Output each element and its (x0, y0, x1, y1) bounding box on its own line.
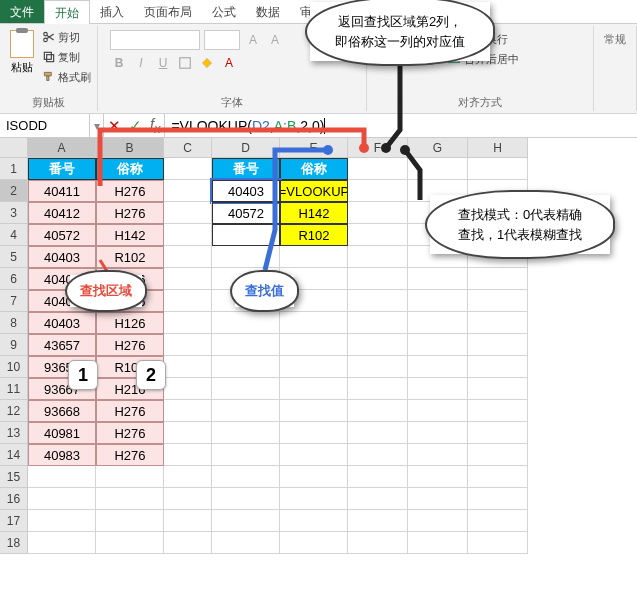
cell-D2[interactable]: 40403 (212, 180, 280, 202)
tab-formula[interactable]: 公式 (202, 0, 246, 23)
cell-F6[interactable] (348, 268, 408, 290)
cell-D18[interactable] (212, 532, 280, 554)
col-header-E[interactable]: E (280, 138, 348, 158)
cell-F5[interactable] (348, 246, 408, 268)
cell-H17[interactable] (468, 510, 528, 532)
cell-G7[interactable] (408, 290, 468, 312)
cell-D16[interactable] (212, 488, 280, 510)
cell-E16[interactable] (280, 488, 348, 510)
col-header-B[interactable]: B (96, 138, 164, 158)
cell-C3[interactable] (164, 202, 212, 224)
cell-A18[interactable] (28, 532, 96, 554)
cell-F14[interactable] (348, 444, 408, 466)
row-header-2[interactable]: 2 (0, 180, 28, 202)
row-header-18[interactable]: 18 (0, 532, 28, 554)
underline-button[interactable]: U (154, 54, 172, 72)
row-header-16[interactable]: 16 (0, 488, 28, 510)
cell-A4[interactable]: 40572 (28, 224, 96, 246)
cell-E4[interactable]: R102 (280, 224, 348, 246)
cell-F9[interactable] (348, 334, 408, 356)
italic-button[interactable]: I (132, 54, 150, 72)
font-family-select[interactable] (110, 30, 200, 50)
cell-B12[interactable]: H276 (96, 400, 164, 422)
row-header-15[interactable]: 15 (0, 466, 28, 488)
cell-B17[interactable] (96, 510, 164, 532)
row-header-17[interactable]: 17 (0, 510, 28, 532)
cell-D3[interactable]: 40572 (212, 202, 280, 224)
bold-button[interactable]: B (110, 54, 128, 72)
col-header-C[interactable]: C (164, 138, 212, 158)
cell-E14[interactable] (280, 444, 348, 466)
cell-G10[interactable] (408, 356, 468, 378)
cell-H6[interactable] (468, 268, 528, 290)
cell-D17[interactable] (212, 510, 280, 532)
cell-A2[interactable]: 40411 (28, 180, 96, 202)
font-color-button[interactable]: A (220, 54, 238, 72)
col-header-A[interactable]: A (28, 138, 96, 158)
cell-F18[interactable] (348, 532, 408, 554)
copy-button[interactable]: 复制 (42, 48, 91, 66)
cell-G6[interactable] (408, 268, 468, 290)
cell-C14[interactable] (164, 444, 212, 466)
cell-C9[interactable] (164, 334, 212, 356)
cell-E18[interactable] (280, 532, 348, 554)
row-header-13[interactable]: 13 (0, 422, 28, 444)
row-header-12[interactable]: 12 (0, 400, 28, 422)
select-all-corner[interactable] (0, 138, 28, 158)
cell-F3[interactable] (348, 202, 408, 224)
cell-D9[interactable] (212, 334, 280, 356)
row-header-1[interactable]: 1 (0, 158, 28, 180)
cell-A15[interactable] (28, 466, 96, 488)
fill-color-button[interactable] (198, 54, 216, 72)
col-header-D[interactable]: D (212, 138, 280, 158)
cell-G12[interactable] (408, 400, 468, 422)
increase-font-button[interactable]: A (244, 31, 262, 49)
tab-file[interactable]: 文件 (0, 0, 44, 23)
cell-C5[interactable] (164, 246, 212, 268)
cell-F15[interactable] (348, 466, 408, 488)
cell-H7[interactable] (468, 290, 528, 312)
row-header-6[interactable]: 6 (0, 268, 28, 290)
cell-F17[interactable] (348, 510, 408, 532)
cell-C7[interactable] (164, 290, 212, 312)
cell-A8[interactable]: 40403 (28, 312, 96, 334)
cell-F1[interactable] (348, 158, 408, 180)
cell-C4[interactable] (164, 224, 212, 246)
cell-H15[interactable] (468, 466, 528, 488)
cell-D10[interactable] (212, 356, 280, 378)
cell-A14[interactable]: 40983 (28, 444, 96, 466)
cell-B13[interactable]: H276 (96, 422, 164, 444)
cell-F12[interactable] (348, 400, 408, 422)
cell-G17[interactable] (408, 510, 468, 532)
cell-H13[interactable] (468, 422, 528, 444)
col-header-H[interactable]: H (468, 138, 528, 158)
cell-D4[interactable] (212, 224, 280, 246)
cell-G15[interactable] (408, 466, 468, 488)
cell-C18[interactable] (164, 532, 212, 554)
cell-H12[interactable] (468, 400, 528, 422)
cell-D13[interactable] (212, 422, 280, 444)
decrease-font-button[interactable]: A (266, 31, 284, 49)
cell-E10[interactable] (280, 356, 348, 378)
cell-A1[interactable]: 番号 (28, 158, 96, 180)
cell-F4[interactable] (348, 224, 408, 246)
cell-B3[interactable]: H276 (96, 202, 164, 224)
row-header-7[interactable]: 7 (0, 290, 28, 312)
cell-B14[interactable]: H276 (96, 444, 164, 466)
name-box-dropdown[interactable]: ▾ (90, 114, 104, 137)
cell-A5[interactable]: 40403 (28, 246, 96, 268)
cell-E11[interactable] (280, 378, 348, 400)
cut-button[interactable]: 剪切 (42, 28, 91, 46)
row-header-11[interactable]: 11 (0, 378, 28, 400)
cell-H1[interactable] (468, 158, 528, 180)
cell-H8[interactable] (468, 312, 528, 334)
name-box[interactable]: ISODD (0, 114, 90, 137)
cell-F11[interactable] (348, 378, 408, 400)
cell-F10[interactable] (348, 356, 408, 378)
cell-D8[interactable] (212, 312, 280, 334)
cell-F8[interactable] (348, 312, 408, 334)
cell-H9[interactable] (468, 334, 528, 356)
cell-C11[interactable] (164, 378, 212, 400)
cell-C15[interactable] (164, 466, 212, 488)
cell-D5[interactable] (212, 246, 280, 268)
